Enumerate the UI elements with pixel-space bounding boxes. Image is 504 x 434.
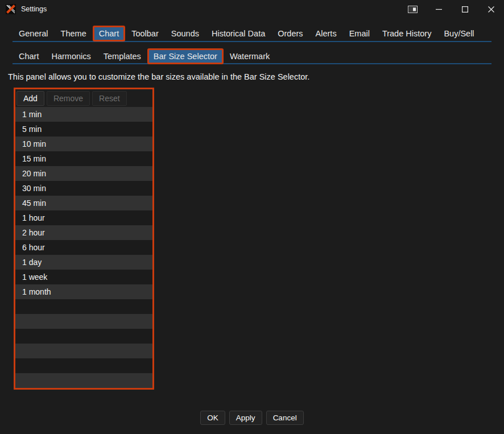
- tab-alerts[interactable]: Alerts: [309, 26, 343, 42]
- bar-size-row-1-month[interactable]: 1 month: [15, 284, 152, 299]
- tab-general[interactable]: General: [13, 26, 55, 42]
- app-logo-icon: [6, 4, 16, 14]
- tab-sounds[interactable]: Sounds: [165, 26, 205, 42]
- tab-toolbar[interactable]: Toolbar: [125, 26, 165, 42]
- bar-size-row-empty: [15, 299, 152, 314]
- bar-size-row-45-min[interactable]: 45 min: [15, 196, 152, 210]
- tab-bar-size-selector[interactable]: Bar Size Selector: [147, 48, 224, 64]
- bar-size-row-15-min[interactable]: 15 min: [15, 151, 152, 166]
- tab-email[interactable]: Email: [343, 26, 376, 42]
- tab-buy-sell[interactable]: Buy/Sell: [437, 26, 480, 42]
- bar-size-row-empty: [15, 329, 152, 344]
- minimize-icon[interactable]: [425, 0, 452, 18]
- tab-templates[interactable]: Templates: [97, 48, 147, 64]
- reset-button: Reset: [92, 91, 127, 106]
- bar-size-list: 1 min5 min10 min15 min20 min30 min45 min…: [15, 107, 152, 388]
- bar-size-toolbar: AddRemoveReset: [15, 89, 152, 107]
- maximize-icon[interactable]: [452, 0, 478, 18]
- tab-orders[interactable]: Orders: [271, 26, 309, 42]
- bar-size-row-empty: [15, 358, 152, 373]
- tab-chart[interactable]: Chart: [13, 48, 45, 64]
- tab-historical-data[interactable]: Historical Data: [205, 26, 271, 42]
- apply-button[interactable]: Apply: [229, 411, 262, 425]
- tab-harmonics[interactable]: Harmonics: [45, 48, 97, 64]
- close-icon[interactable]: [478, 0, 504, 18]
- add-button[interactable]: Add: [16, 91, 44, 106]
- bar-size-row-1-week[interactable]: 1 week: [15, 270, 152, 284]
- titlebar: Settings: [0, 0, 504, 18]
- bar-size-row-empty: [15, 373, 152, 388]
- bar-size-row-5-min[interactable]: 5 min: [15, 122, 152, 137]
- bar-size-row-1-hour[interactable]: 1 hour: [15, 210, 152, 225]
- bar-size-row-6-hour[interactable]: 6 hour: [15, 240, 152, 255]
- bar-size-row-1-min[interactable]: 1 min: [15, 107, 152, 122]
- tab-trade-history[interactable]: Trade History: [376, 26, 437, 42]
- tab-theme[interactable]: Theme: [55, 26, 93, 42]
- bar-size-row-empty: [15, 344, 152, 358]
- bar-size-list-panel: AddRemoveReset 1 min5 min10 min15 min20 …: [14, 88, 154, 390]
- bar-size-row-2-hour[interactable]: 2 hour: [15, 225, 152, 240]
- tab-chart[interactable]: Chart: [93, 26, 125, 42]
- bar-size-row-1-day[interactable]: 1 day: [15, 255, 152, 270]
- ok-button[interactable]: OK: [200, 411, 225, 425]
- panel-description: This panel allows you to customize the b…: [8, 72, 504, 81]
- tab-watermark[interactable]: Watermark: [224, 48, 276, 64]
- secondary-tab-bar: ChartHarmonicsTemplatesBar Size Selector…: [13, 48, 491, 64]
- bar-size-row-10-min[interactable]: 10 min: [15, 137, 152, 151]
- bar-size-row-20-min[interactable]: 20 min: [15, 166, 152, 181]
- primary-tab-bar: GeneralThemeChartToolbarSoundsHistorical…: [13, 25, 491, 42]
- dialog-footer: OKApplyCancel: [0, 411, 504, 425]
- bar-size-row-empty: [15, 314, 152, 329]
- remove-button: Remove: [47, 91, 90, 106]
- monitor-icon[interactable]: [399, 0, 425, 18]
- cancel-button[interactable]: Cancel: [266, 411, 304, 425]
- window-title: Settings: [21, 5, 47, 13]
- bar-size-row-30-min[interactable]: 30 min: [15, 181, 152, 196]
